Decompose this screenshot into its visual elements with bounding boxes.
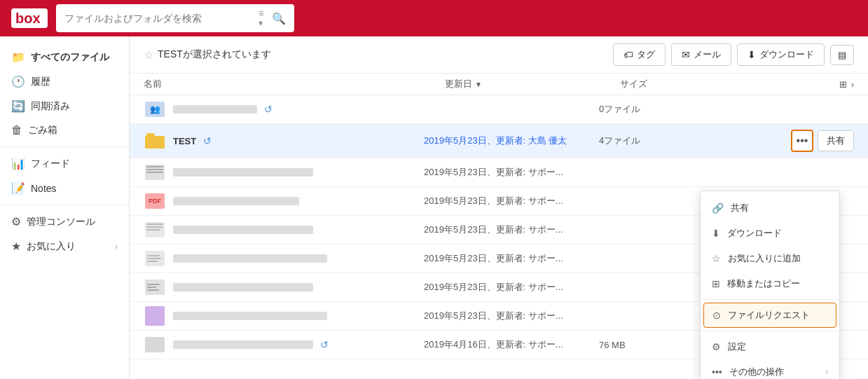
download-icon: ⬇ (712, 228, 720, 239)
toolbar-actions: 🏷 タグ ✉ メール ⬇ ダウンロード ▤ (613, 43, 854, 66)
table-row[interactable]: TEST ↺ 2019年5月23日、更新者: 大島 優太 4ファイル ••• 共… (130, 124, 868, 158)
context-menu-item-settings[interactable]: ⚙ 設定 (701, 334, 839, 359)
context-menu-item-favorite[interactable]: ☆ お気に入りに追加 (701, 246, 839, 271)
sync-icon: ↺ (264, 104, 273, 115)
file-updated-col: 2019年5月23日、更新者: サポー... (424, 252, 599, 265)
sidebar-item-history[interactable]: 🕐 履歴 (0, 69, 129, 94)
admin-icon: ⚙ (11, 215, 21, 228)
chevron-right-icon: › (115, 242, 118, 251)
file-name-text (173, 283, 313, 291)
sidebar-item-feed[interactable]: 📊 フィード (0, 151, 129, 176)
file-size-col: 0ファイル (599, 103, 711, 116)
file-icon-contacts: 👥 (144, 101, 166, 118)
sync-icon-2: ↺ (320, 339, 329, 350)
expand-icon[interactable]: › (851, 79, 854, 90)
table-row[interactable]: 2019年5月23日、更新者: サポー... (130, 158, 868, 187)
sidebar-item-label: フィード (31, 158, 70, 170)
notes-icon: 📝 (11, 181, 25, 195)
sidebar-item-favorites[interactable]: ★ お気に入り › (0, 234, 129, 259)
sidebar-item-label: Notes (31, 183, 57, 194)
search-filter-area: ≡ ▾ 🔍 (259, 8, 286, 28)
download-button[interactable]: ⬇ ダウンロード (737, 43, 825, 66)
context-menu-item-file-request[interactable]: ⊙ ファイルリクエスト (703, 303, 836, 328)
col-header-updated[interactable]: 更新日 ▼ (445, 78, 620, 90)
file-name-text: TEST (173, 136, 196, 146)
file-icon-doc3 (144, 336, 166, 353)
sidebar-item-label: 同期済み (31, 100, 70, 113)
col-header-name: 名前 (144, 78, 445, 90)
trash-icon: 🗑 (11, 124, 22, 137)
more-icon: ▤ (838, 50, 846, 60)
file-size-col: 76 MB (599, 340, 711, 350)
toolbar: ☆ TESTが選択されています 🏷 タグ ✉ メール ⬇ ダウンロード ▤ (130, 36, 868, 74)
selection-info: ☆ TESTが選択されています (144, 48, 607, 62)
favorite-star-icon[interactable]: ☆ (144, 48, 153, 62)
filter-icon[interactable]: ≡ ▾ (259, 8, 269, 28)
sidebar-item-admin[interactable]: ⚙ 管理コンソール (0, 209, 129, 234)
file-updated-col: 2019年5月23日、更新者: サポー... (424, 166, 599, 179)
sidebar-item-label: ごみ箱 (28, 124, 57, 137)
main-layout: 📁 すべてのファイル 🕐 履歴 🔄 同期済み 🗑 ごみ箱 📊 フィード 📝 No… (0, 36, 868, 379)
file-icon-pdf: PDF (144, 193, 166, 209)
file-name-column (144, 308, 424, 324)
download-icon: ⬇ (748, 49, 756, 60)
star-outline-icon: ☆ (712, 253, 721, 264)
search-icon[interactable]: 🔍 (272, 12, 286, 25)
settings-icon: ⚙ (712, 341, 721, 352)
sync-icon: ↺ (203, 135, 212, 146)
file-name-text (173, 168, 313, 177)
context-menu-label: その他の操作 (729, 366, 784, 378)
search-input[interactable] (64, 13, 253, 24)
file-name-column: TEST ↺ (144, 132, 424, 149)
file-updated-col: 2019年5月23日、更新者: サポー... (424, 310, 599, 322)
star-icon: ★ (11, 240, 21, 253)
selection-text: TESTが選択されています (158, 48, 271, 61)
box-logo-icon: box (11, 8, 48, 28)
context-menu-item-download[interactable]: ⬇ ダウンロード (701, 221, 839, 246)
file-name-column: ↺ (144, 336, 424, 353)
file-name-text (173, 105, 257, 113)
sidebar: 📁 すべてのファイル 🕐 履歴 🔄 同期済み 🗑 ごみ箱 📊 フィード 📝 No… (0, 36, 130, 379)
search-bar: ≡ ▾ 🔍 (56, 4, 294, 32)
mail-button[interactable]: ✉ メール (671, 43, 731, 66)
sidebar-item-notes[interactable]: 📝 Notes (0, 176, 129, 200)
grid-view-icon[interactable]: ⊞ (839, 79, 847, 90)
svg-text:box: box (15, 11, 41, 26)
tag-label: タグ (637, 48, 655, 61)
main-content: ☆ TESTが選択されています 🏷 タグ ✉ メール ⬇ ダウンロード ▤ (130, 36, 868, 379)
table-row[interactable]: 👥 ↺ 0ファイル (130, 95, 868, 124)
dots-icon: ••• (712, 366, 722, 378)
tag-button[interactable]: 🏷 タグ (613, 43, 666, 66)
folder-icon: 📁 (11, 50, 25, 64)
context-menu-label: ダウンロード (727, 227, 782, 240)
column-headers: 名前 更新日 ▼ サイズ ⊞ › (130, 74, 868, 95)
sidebar-item-trash[interactable]: 🗑 ごみ箱 (0, 118, 129, 142)
context-menu-divider (701, 299, 839, 300)
context-menu-item-share[interactable]: 🔗 共有 (701, 195, 839, 221)
sidebar-divider (0, 146, 129, 147)
share-button[interactable]: 共有 (818, 130, 854, 151)
file-actions-col: ••• 共有 (791, 130, 854, 152)
file-name-column (144, 221, 424, 238)
sidebar-item-all-files[interactable]: 📁 すべてのファイル (0, 45, 129, 69)
more-actions-button[interactable]: ••• (791, 130, 813, 152)
share-icon: 🔗 (712, 202, 724, 214)
file-updated-col: 2019年5月23日、更新者: 大島 優太 (424, 135, 599, 147)
context-menu-label: お気に入りに追加 (728, 252, 801, 265)
sidebar-item-sync[interactable]: 🔄 同期済み (0, 94, 129, 118)
file-icon-lines2 (144, 279, 166, 296)
file-name-column: PDF (144, 193, 424, 209)
file-name-text (173, 340, 313, 349)
file-updated-col: 2019年5月23日、更新者: サポー... (424, 281, 599, 294)
more-options-button[interactable]: ▤ (830, 45, 854, 65)
file-name-column (144, 279, 424, 296)
file-updated-col: 2019年5月23日、更新者: サポー... (424, 223, 599, 236)
chevron-right-icon: › (825, 367, 828, 377)
file-updated-col: 2019年4月16日、更新者: サポー... (424, 338, 599, 351)
feed-icon: 📊 (11, 157, 25, 170)
context-menu-item-move-copy[interactable]: ⊞ 移動またはコピー (701, 271, 839, 296)
context-menu-item-more-ops[interactable]: ••• その他の操作 › (701, 359, 839, 379)
sidebar-item-label: 履歴 (31, 76, 50, 88)
file-name-text (173, 254, 327, 263)
copy-icon: ⊞ (712, 278, 720, 289)
